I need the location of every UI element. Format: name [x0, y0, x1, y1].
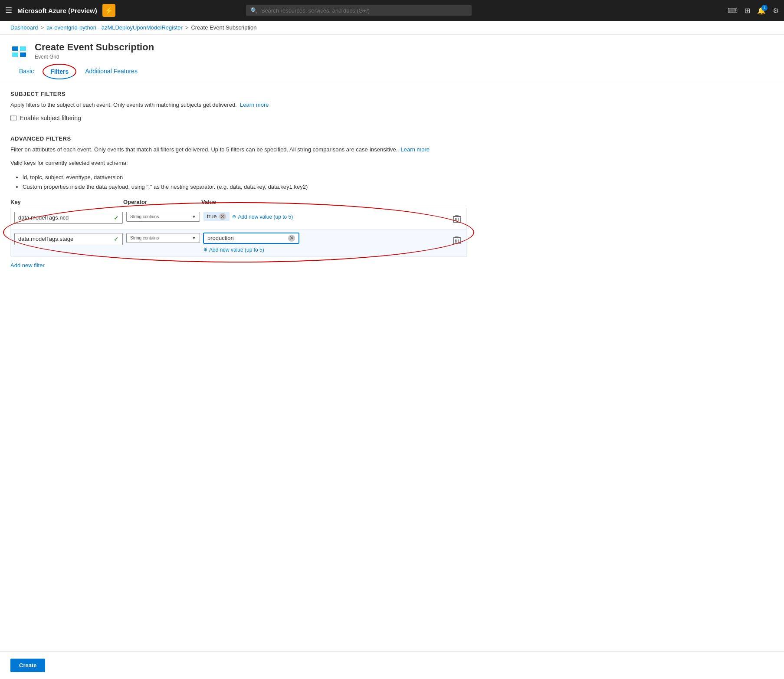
add-filter-link[interactable]: Add new filter	[10, 262, 45, 269]
trash-icon-1	[453, 215, 461, 223]
topbar: ☰ Microsoft Azure (Preview) ⚡ 🔍 ⌨ ⊞ 🔔 1 …	[0, 0, 784, 21]
add-value-text-1: Add new value (up to 5)	[238, 214, 293, 220]
search-input[interactable]	[261, 7, 467, 14]
tabs: Basic Filters Additional Features	[0, 63, 784, 80]
filter-key-input-1[interactable]: ✓	[14, 212, 123, 224]
enable-subject-label: Enable subject filtering	[20, 115, 81, 121]
filter-row-2: ✓ String contains ▼ ✕ ⊕ Add new	[11, 230, 466, 256]
filter-key-input-2[interactable]: ✓	[14, 233, 123, 245]
azure-badge: ⚡	[102, 4, 115, 17]
key-input-field-2[interactable]	[18, 236, 111, 242]
value-chip-true: true ✕	[203, 212, 230, 221]
valid-keys-item-1: id, topic, subject, eventtype, dataversi…	[23, 173, 467, 182]
advanced-filters-learn-more[interactable]: Learn more	[401, 146, 430, 153]
operator-chevron-2: ▼	[192, 236, 196, 240]
advanced-filters-section: ADVANCED FILTERS Filter on attributes of…	[10, 135, 467, 269]
advanced-filters-desc: Filter on attributes of each event. Only…	[10, 145, 467, 154]
svg-rect-1	[20, 46, 26, 51]
notification-bell[interactable]: 🔔 1	[757, 7, 766, 15]
valid-keys-list: id, topic, subject, eventtype, dataversi…	[10, 173, 467, 192]
page-header-icon	[10, 42, 28, 59]
advanced-filters-title: ADVANCED FILTERS	[10, 135, 467, 142]
tab-basic[interactable]: Basic	[10, 63, 43, 80]
key-input-field-1[interactable]	[18, 214, 111, 221]
page-title: Create Event Subscription	[35, 42, 154, 53]
add-value-link-2[interactable]: ⊕ Add new value (up to 5)	[203, 247, 446, 253]
chip-true-text: true	[207, 213, 217, 220]
breadcrumb-eventgrid[interactable]: ax-eventgrid-python - azMLDeployUponMode…	[46, 24, 183, 31]
search-bar[interactable]: 🔍	[246, 5, 472, 16]
trash-icon-2	[453, 236, 461, 245]
svg-rect-3	[20, 52, 26, 57]
tab-filters[interactable]: Filters	[43, 64, 76, 79]
value-area-2: ✕ ⊕ Add new value (up to 5)	[203, 233, 446, 253]
breadcrumb-current: Create Event Subscription	[191, 24, 256, 31]
operator-label-2: String contains	[130, 236, 159, 240]
settings-icon[interactable]: ⚙	[773, 7, 779, 15]
value-chip-row-1: true ✕ ⊕ Add new value (up to 5)	[203, 212, 446, 221]
svg-rect-0	[12, 46, 18, 51]
production-input[interactable]	[207, 235, 286, 241]
enable-subject-checkbox[interactable]	[10, 115, 16, 121]
operator-select-2[interactable]: String contains ▼	[126, 233, 200, 243]
subject-filters-section: SUBJECT FILTERS Apply filters to the sub…	[10, 91, 467, 121]
terminal-icon[interactable]: ⌨	[728, 7, 738, 15]
tab-filters-wrapper: Filters	[43, 68, 76, 75]
value-chip-row-2: ✕	[203, 233, 446, 243]
bottom-bar: Create	[0, 651, 784, 679]
hamburger-icon[interactable]: ☰	[5, 6, 12, 15]
breadcrumb: Dashboard > ax-eventgrid-python - azMLDe…	[0, 21, 784, 35]
add-value-link-1[interactable]: ⊕ Add new value (up to 5)	[232, 214, 293, 220]
value-area-1: true ✕ ⊕ Add new value (up to 5)	[203, 212, 446, 221]
breadcrumb-sep-1: >	[41, 24, 44, 31]
event-grid-icon	[11, 43, 27, 59]
page-subtitle: Event Grid	[35, 54, 154, 60]
col-op-header: Operator	[123, 199, 201, 205]
col-key-header: Key	[10, 199, 123, 205]
notification-count: 1	[761, 5, 768, 11]
operator-label-1: String contains	[130, 214, 159, 219]
production-input-wrap[interactable]: ✕	[203, 233, 299, 243]
key-check-icon-1: ✓	[114, 214, 119, 221]
topbar-title: Microsoft Azure (Preview)	[17, 7, 97, 14]
breadcrumb-dashboard[interactable]: Dashboard	[10, 24, 38, 31]
operator-select-1[interactable]: String contains ▼	[126, 212, 200, 222]
col-val-header: Value	[201, 199, 467, 205]
content-area: SUBJECT FILTERS Apply filters to the sub…	[0, 80, 477, 279]
production-clear-icon[interactable]: ✕	[288, 235, 295, 242]
page-header: Create Event Subscription Event Grid	[0, 35, 784, 63]
subject-filters-title: SUBJECT FILTERS	[10, 91, 467, 97]
add-value-icon-1: ⊕	[232, 214, 236, 220]
delete-filter-2[interactable]	[451, 234, 463, 247]
page-header-text: Create Event Subscription Event Grid	[35, 42, 154, 60]
delete-filter-1[interactable]	[451, 213, 463, 226]
portal-icon[interactable]: ⊞	[745, 7, 750, 15]
add-value-icon-2: ⊕	[203, 247, 207, 253]
chip-true-close[interactable]: ✕	[219, 213, 226, 220]
add-value-text-2: Add new value (up to 5)	[209, 247, 264, 253]
breadcrumb-sep-2: >	[185, 24, 189, 31]
subject-filters-learn-more[interactable]: Learn more	[240, 102, 269, 108]
filter-rows-wrapper: ✓ String contains ▼ true ✕ ⊕ Add new v	[10, 208, 467, 257]
svg-rect-2	[12, 52, 18, 57]
search-icon: 🔍	[250, 7, 258, 14]
key-check-icon-2: ✓	[114, 236, 119, 243]
topbar-icons: ⌨ ⊞ 🔔 1 ⚙	[728, 7, 779, 15]
operator-chevron-1: ▼	[192, 214, 196, 219]
valid-keys-item-2: Custom properties inside the data payloa…	[23, 182, 467, 192]
create-button[interactable]: Create	[10, 659, 45, 672]
subject-filters-desc: Apply filters to the subject of each eve…	[10, 101, 467, 109]
valid-keys-label: Valid keys for currently selected event …	[10, 159, 467, 167]
enable-subject-filtering-row: Enable subject filtering	[10, 115, 467, 121]
tab-additional-features[interactable]: Additional Features	[76, 63, 146, 80]
filter-row-1: ✓ String contains ▼ true ✕ ⊕ Add new v	[11, 208, 466, 230]
filter-table-header: Key Operator Value	[10, 199, 467, 205]
